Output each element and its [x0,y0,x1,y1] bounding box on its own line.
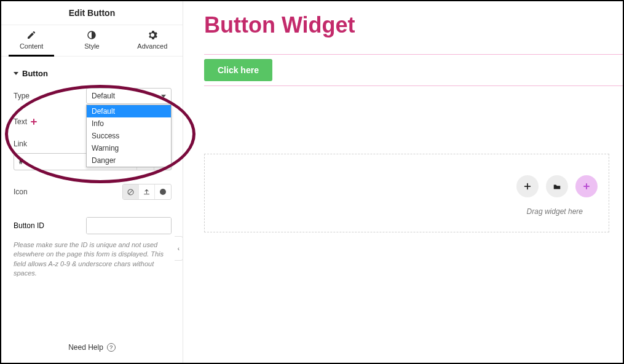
tab-content[interactable]: Content [1,25,61,56]
widget-dropzone[interactable]: Drag widget here [204,154,609,232]
sidebar-title: Edit Button [1,1,183,25]
tab-content-label: Content [20,42,44,50]
type-option-default[interactable]: Default [87,105,171,117]
canvas: Button Widget Click here Drag widget her… [183,1,623,363]
tab-advanced[interactable]: Advanced [122,25,183,56]
need-help-link[interactable]: Need Help ? [1,343,183,352]
dropzone-actions [516,175,598,197]
ai-generate-button[interactable] [575,175,598,197]
ai-sparkle-icon[interactable] [31,119,37,125]
field-link-label: Link [14,140,86,148]
type-option-info[interactable]: Info [87,117,171,130]
type-option-danger[interactable]: Danger [87,154,171,167]
type-select[interactable]: Default Default Info Success Warning Dan… [86,88,172,104]
icon-none-button[interactable] [123,184,139,199]
help-icon: ? [107,343,116,352]
collapse-sidebar-handle[interactable]: ‹ [175,236,183,261]
button-id-hint: Please make sure the ID is unique and no… [14,240,172,279]
icon-library-button[interactable] [155,184,171,199]
sidebar-tabs: Content Style Advanced [1,25,183,57]
gear-icon [148,30,157,40]
field-text-label: Text [14,117,27,126]
icon-upload-button[interactable] [139,184,155,199]
add-widget-button[interactable] [516,175,539,197]
page-title: Button Widget [204,12,623,38]
tab-advanced-label: Advanced [137,42,167,50]
contrast-icon [87,30,97,40]
dot-icon [160,189,166,195]
field-button-id-row: Button ID [14,217,172,234]
tab-style[interactable]: Style [61,25,122,56]
open-library-button[interactable] [546,175,568,197]
need-help-label: Need Help [68,343,103,352]
icon-mode-buttons [122,184,172,200]
field-type-label: Type [14,92,86,100]
editor-sidebar: Edit Button Content Style Advanced Butto… [1,1,183,363]
tab-style-label: Style [84,42,99,50]
type-select-box[interactable]: Default [86,88,172,104]
sidebar-body: Button Type Default Default Info Success… [1,57,183,363]
type-option-success[interactable]: Success [87,130,171,142]
field-icon-label: Icon [14,188,86,196]
section-button-header[interactable]: Button [14,65,172,88]
chevron-down-icon [161,95,166,98]
button-id-input[interactable] [87,218,172,234]
type-select-value: Default [92,89,115,103]
preview-button[interactable]: Click here [204,59,272,81]
field-type-row: Type Default Default Info Success Warnin… [14,88,172,104]
chevron-down-icon [14,72,18,75]
type-dropdown: Default Info Success Warning Danger [86,105,172,167]
dropzone-hint: Drag widget here [216,207,598,216]
type-option-warning[interactable]: Warning [87,142,171,154]
pencil-icon [26,30,36,40]
section-button-label: Button [22,69,48,78]
sparkle-icon [583,183,590,189]
svg-line-3 [128,190,133,194]
field-icon-row: Icon [14,184,172,200]
button-widget-selection[interactable]: Click here [204,54,623,86]
field-button-id-label: Button ID [14,221,86,230]
